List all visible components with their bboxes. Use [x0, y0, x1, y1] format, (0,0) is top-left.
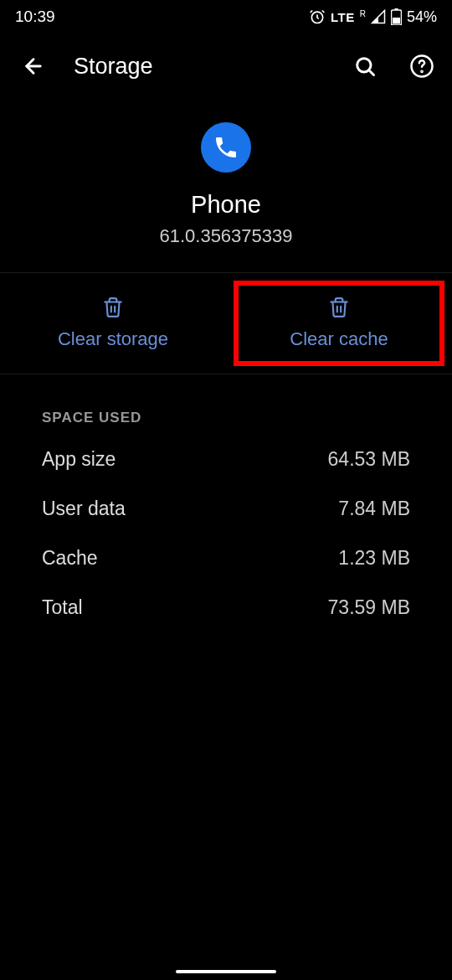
search-button[interactable]: [348, 49, 382, 83]
svg-point-6: [421, 71, 422, 72]
row-label: App size: [42, 448, 116, 471]
roaming-label: R: [360, 9, 366, 18]
space-used-header: Space used: [0, 374, 452, 435]
trash-icon: [328, 297, 350, 318]
alarm-icon: [309, 8, 326, 25]
actions-row: Clear storage Clear cache: [0, 272, 452, 374]
app-version: 61.0.356375339: [159, 225, 292, 247]
trash-icon: [102, 297, 124, 318]
page-title: Storage: [74, 54, 325, 80]
signal-icon: [371, 9, 386, 24]
svg-rect-3: [393, 18, 400, 24]
battery-icon: [391, 8, 402, 25]
row-value: 73.59 MB: [328, 596, 410, 619]
row-app-size: App size 64.53 MB: [0, 435, 452, 484]
clear-storage-button[interactable]: Clear storage: [0, 273, 226, 374]
phone-app-icon: [201, 122, 251, 173]
status-right: LTE R 54%: [309, 8, 437, 26]
home-indicator[interactable]: [176, 970, 276, 973]
status-bar: 10:39 LTE R 54%: [0, 0, 452, 34]
row-total: Total 73.59 MB: [0, 583, 452, 632]
clear-cache-button[interactable]: Clear cache: [226, 273, 452, 374]
toolbar: Storage: [0, 34, 452, 99]
row-user-data: User data 7.84 MB: [0, 484, 452, 534]
battery-percent: 54%: [407, 8, 437, 26]
row-label: Total: [42, 596, 83, 619]
row-value: 1.23 MB: [338, 547, 410, 570]
help-button[interactable]: [405, 49, 439, 83]
row-label: User data: [42, 498, 126, 520]
clear-storage-label: Clear storage: [58, 328, 168, 350]
clear-cache-label: Clear cache: [290, 328, 388, 350]
app-name: Phone: [191, 191, 261, 219]
svg-rect-2: [394, 8, 398, 10]
row-value: 64.53 MB: [328, 448, 410, 471]
status-time: 10:39: [15, 8, 55, 26]
back-button[interactable]: [17, 49, 50, 83]
row-label: Cache: [42, 547, 97, 570]
row-value: 7.84 MB: [338, 498, 410, 520]
lte-label: LTE: [331, 10, 355, 24]
row-cache: Cache 1.23 MB: [0, 534, 452, 583]
app-header: Phone 61.0.356375339: [0, 122, 452, 247]
